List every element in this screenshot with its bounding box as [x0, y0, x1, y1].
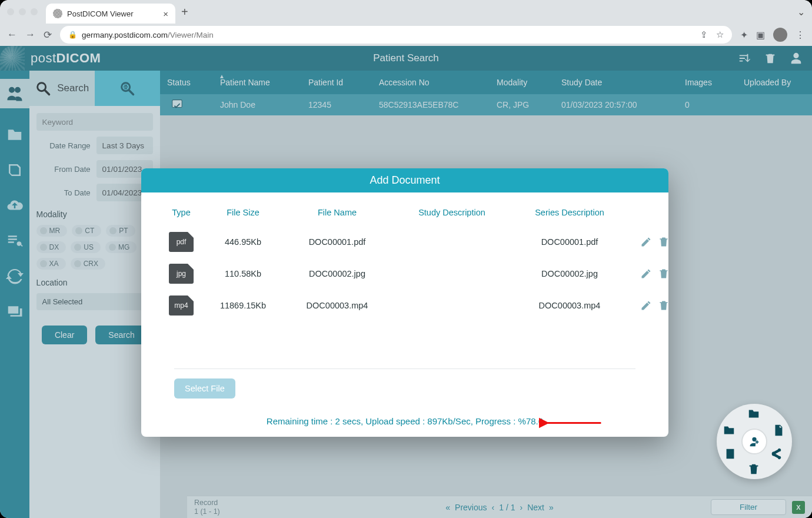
- dh-type: Type: [158, 208, 205, 217]
- forward-button[interactable]: →: [25, 29, 35, 41]
- edit-icon[interactable]: [640, 300, 652, 311]
- cell-file-name: DOC00003.mp4: [281, 301, 393, 310]
- radial-action-menu[interactable]: [717, 404, 792, 479]
- radial-share-icon[interactable]: [770, 447, 784, 461]
- file-type-badge: mp4: [169, 295, 194, 316]
- cell-file-size: 11869.15Kb: [205, 301, 281, 310]
- cell-file-size: 446.95Kb: [205, 237, 281, 247]
- edit-icon[interactable]: [640, 268, 652, 280]
- browser-titlebar: PostDICOM Viewer × + ⌄: [0, 0, 812, 24]
- select-file-button[interactable]: Select File: [174, 378, 235, 399]
- lock-icon: 🔒: [68, 31, 77, 39]
- profile-avatar[interactable]: [773, 28, 787, 42]
- dh-file-name: File Name: [281, 208, 393, 217]
- cell-file-name: DOC00002.jpg: [281, 269, 393, 278]
- browser-tab[interactable]: PostDICOM Viewer ×: [46, 4, 175, 24]
- radial-delete-icon[interactable]: [747, 463, 761, 477]
- add-document-modal: Add Document Type File Size File Name St…: [141, 168, 668, 437]
- doc-row: pdf446.95KbDOC00001.pdfDOC00001.pdf: [158, 226, 652, 258]
- radial-folder-icon[interactable]: [747, 407, 761, 421]
- new-tab-button[interactable]: +: [181, 5, 188, 19]
- back-button[interactable]: ←: [7, 29, 17, 41]
- delete-icon[interactable]: [658, 300, 668, 311]
- dh-series-desc: Series Description: [511, 208, 628, 217]
- radial-folder-add-icon[interactable]: [723, 424, 737, 438]
- window-controls[interactable]: [7, 8, 38, 15]
- cell-series-desc: DOC00001.pdf: [511, 237, 628, 247]
- browser-toolbar: ← → ⟳ 🔒 germany.postdicom.com/Viewer/Mai…: [0, 24, 812, 46]
- star-icon[interactable]: ☆: [716, 29, 724, 40]
- share-icon[interactable]: ⇪: [700, 29, 708, 40]
- cell-series-desc: DOC00002.jpg: [511, 269, 628, 278]
- file-type-badge: jpg: [169, 264, 194, 284]
- close-icon[interactable]: ×: [163, 9, 168, 19]
- extensions-icon[interactable]: ✦: [740, 29, 748, 41]
- doc-table-header: Type File Size File Name Study Descripti…: [158, 203, 652, 226]
- modal-title: Add Document: [141, 168, 668, 192]
- cell-file-name: DOC00001.pdf: [281, 237, 393, 247]
- radial-report-icon[interactable]: [724, 447, 738, 461]
- file-type-badge: pdf: [169, 232, 194, 252]
- radial-center-add-patient[interactable]: [741, 429, 767, 454]
- annotation-arrow: [539, 414, 604, 433]
- radial-document-add-icon[interactable]: [772, 424, 786, 438]
- url-host: germany.postdicom.com: [82, 31, 168, 39]
- doc-row: mp411869.15KbDOC00003.mp4DOC00003.mp4: [158, 290, 652, 321]
- more-icon[interactable]: ⋮: [796, 29, 805, 41]
- panel-icon[interactable]: ▣: [756, 29, 765, 41]
- delete-icon[interactable]: [658, 236, 668, 248]
- address-bar[interactable]: 🔒 germany.postdicom.com/Viewer/Main ⇪ ☆: [60, 26, 732, 44]
- reload-button[interactable]: ⟳: [44, 29, 52, 41]
- cell-file-size: 110.58Kb: [205, 269, 281, 278]
- upload-progress-text: Remaining time : 2 secs, Upload speed : …: [141, 410, 668, 437]
- tabs-overflow[interactable]: ⌄: [797, 6, 805, 18]
- delete-icon[interactable]: [658, 268, 668, 280]
- dh-size: File Size: [205, 208, 281, 217]
- edit-icon[interactable]: [640, 236, 652, 248]
- tab-favicon: [53, 9, 62, 18]
- tab-title: PostDICOM Viewer: [67, 9, 133, 18]
- doc-row: jpg110.58KbDOC00002.jpgDOC00002.jpg: [158, 258, 652, 290]
- dh-study-desc: Study Description: [393, 208, 511, 217]
- cell-series-desc: DOC00003.mp4: [511, 301, 628, 310]
- url-path: /Viewer/Main: [168, 31, 214, 39]
